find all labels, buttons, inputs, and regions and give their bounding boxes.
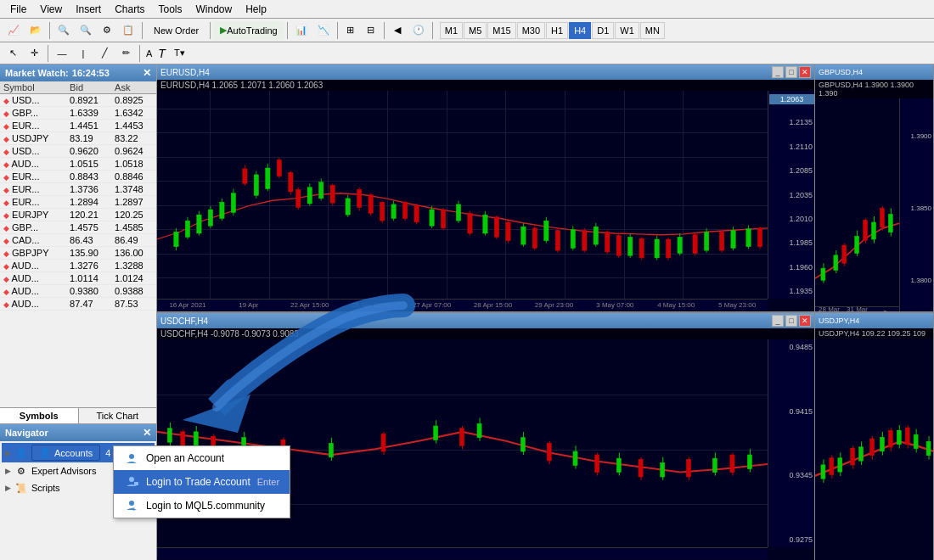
market-row[interactable]: ◆ EUR... 1.3736 1.3748 — [0, 183, 156, 196]
gbp-price-2: 1.3850 — [902, 204, 931, 212]
chart-type-btn[interactable]: 📊 — [291, 21, 312, 40]
usdchf-chart-panel[interactable]: USDCHF,H4 _ □ ✕ USDCHF,H4 -0.9078 -0.907… — [157, 313, 815, 560]
market-row[interactable]: ◆ AUD... 1.0114 1.0124 — [0, 272, 156, 285]
vline-btn[interactable]: | — [74, 44, 93, 63]
market-row[interactable]: ◆ GBPJPY 135.90 136.00 — [0, 247, 156, 260]
market-row[interactable]: ◆ AUD... 87.47 87.53 — [0, 298, 156, 311]
templates-btn[interactable]: 📋 — [118, 21, 138, 40]
menu-tools[interactable]: Tools — [152, 2, 189, 17]
crosshair-btn[interactable]: ✛ — [25, 44, 43, 63]
eurusd-restore-btn[interactable]: □ — [785, 66, 797, 78]
ask-cell: 1.2897 — [111, 196, 156, 209]
market-row[interactable]: ◆ USDJPY 83.19 83.22 — [0, 132, 156, 145]
context-open-account[interactable]: Open an Account — [114, 446, 290, 470]
market-row[interactable]: ◆ EUR... 1.4451 1.4453 — [0, 120, 156, 132]
open-btn[interactable]: 📂 — [25, 21, 46, 40]
cursor-btn[interactable]: ↖ — [3, 44, 22, 63]
tf-m30[interactable]: M30 — [517, 22, 545, 39]
usdchf-close-btn[interactable]: ✕ — [799, 315, 811, 327]
new-chart-btn[interactable]: 📈 — [3, 21, 24, 40]
menu-help[interactable]: Help — [239, 2, 273, 17]
menu-window[interactable]: Window — [189, 2, 239, 17]
navigator-close[interactable]: ✕ — [143, 427, 151, 439]
svg-rect-71 — [441, 210, 445, 228]
eurusd-chart-body[interactable]: 1.2160 1.2135 1.2110 1.2085 1.2063 1.203… — [157, 91, 814, 311]
symbol-cell: EUR... — [12, 171, 39, 182]
tf-mn[interactable]: MN — [640, 22, 665, 39]
svg-rect-27 — [456, 204, 460, 221]
tf-h4[interactable]: H4 — [569, 22, 591, 39]
menu-file[interactable]: File — [3, 2, 33, 17]
diamond-icon: ◆ — [3, 237, 9, 245]
tab-symbols[interactable]: Symbols — [0, 408, 79, 423]
separator-6 — [384, 22, 385, 39]
gbpusd-chart-panel[interactable]: GBPUSD,H4 GBPUSD,H4 1.3900 1.3900 1.390 — [815, 64, 934, 311]
tf-h1[interactable]: H1 — [546, 22, 568, 39]
svg-rect-15 — [266, 168, 270, 189]
market-row[interactable]: ◆ AUD... 1.0515 1.0518 — [0, 158, 156, 171]
market-row[interactable]: ◆ EUR... 1.2894 1.2897 — [0, 196, 156, 209]
usdjpy-chart-body[interactable] — [815, 339, 933, 558]
tf-m5[interactable]: M5 — [464, 22, 487, 39]
zoom-fit-btn[interactable]: ⊞ — [341, 21, 360, 40]
context-login-mql5[interactable]: 5 Login to MQL5.community — [114, 494, 290, 518]
clock-btn[interactable]: 🕐 — [408, 21, 429, 40]
gbp-price-1: 1.3900 — [902, 132, 931, 140]
bid-cell: 0.9620 — [66, 145, 111, 158]
market-watch-close[interactable]: ✕ — [143, 67, 151, 79]
tf-m1[interactable]: M1 — [440, 22, 463, 39]
trendline-btn[interactable]: ╱ — [95, 44, 114, 63]
eurusd-chart-panel[interactable]: EURUSD,H4 _ □ ✕ EURUSD,H4 1.2065 1.2071 … — [157, 64, 815, 311]
usdjpy-chart-panel[interactable]: USDJPY,H4 USDJPY,H4 109.22 109.25 109 — [815, 313, 934, 560]
market-row[interactable]: ◆ AUD... 0.9380 0.9388 — [0, 285, 156, 298]
time-9: 4 May 15:00 — [645, 301, 706, 309]
svg-rect-95 — [719, 232, 723, 250]
svg-rect-115 — [864, 221, 868, 241]
usdchf-restore-btn[interactable]: □ — [785, 315, 797, 327]
pen-btn[interactable]: ✏ — [116, 44, 135, 63]
market-row[interactable]: ◆ EUR... 0.8843 0.8846 — [0, 171, 156, 183]
market-row[interactable]: ◆ GBP... 1.4575 1.4585 — [0, 221, 156, 234]
new-order-btn[interactable]: New Order — [146, 21, 206, 40]
market-row[interactable]: ◆ USD... 0.9620 0.9624 — [0, 145, 156, 158]
text-tool-btn[interactable]: T▾ — [170, 44, 189, 63]
market-row[interactable]: ◆ CAD... 86.43 86.49 — [0, 234, 156, 247]
accounts-button[interactable]: 👤 Accounts — [31, 445, 100, 461]
menu-view[interactable]: View — [33, 2, 69, 17]
indicators-btn[interactable]: 📉 — [313, 21, 334, 40]
tab-tick-chart[interactable]: Tick Chart — [79, 408, 157, 423]
autotrading-btn[interactable]: ▶ AutoTrading — [214, 21, 284, 40]
diamond-icon: ◆ — [3, 300, 9, 309]
scroll-end-btn[interactable]: ⊟ — [362, 21, 380, 40]
market-row[interactable]: ◆ USD... 0.8921 0.8925 — [0, 94, 156, 107]
tf-w1[interactable]: W1 — [615, 22, 639, 39]
menu-charts[interactable]: Charts — [108, 2, 151, 17]
back-btn[interactable]: ◀ — [388, 21, 407, 40]
eurusd-close-btn[interactable]: ✕ — [799, 66, 811, 78]
svg-point-189 — [129, 454, 134, 459]
svg-point-190 — [129, 477, 134, 482]
hline-btn[interactable]: — — [53, 44, 71, 63]
bid-cell: 1.2894 — [66, 196, 111, 209]
svg-rect-17 — [307, 188, 312, 204]
menu-insert[interactable]: Insert — [69, 2, 108, 17]
zoom-out-btn[interactable]: 🔍 — [76, 21, 96, 40]
context-login-trade[interactable]: Login to Trade Account Enter — [114, 470, 290, 494]
ask-cell: 1.4453 — [111, 120, 156, 132]
usdchf-minimize-btn[interactable]: _ — [772, 315, 784, 327]
eurusd-minimize-btn[interactable]: _ — [772, 66, 784, 78]
market-row[interactable]: ◆ GBP... 1.6339 1.6342 — [0, 107, 156, 120]
market-row[interactable]: ◆ EURJPY 120.21 120.25 — [0, 209, 156, 221]
gbpusd-chart-body[interactable]: 1.3900 1.3850 1.3800 28 Mar 2021 31 Mar … — [815, 98, 933, 311]
bid-cell: 0.9380 — [66, 285, 111, 298]
market-row[interactable]: ◆ AUD... 1.3276 1.3288 — [0, 260, 156, 272]
zoom-in-btn[interactable]: 🔍 — [53, 21, 74, 40]
tf-d1[interactable]: D1 — [592, 22, 614, 39]
usdchf-symbol: USDCHF,H4 — [160, 316, 208, 326]
svg-rect-99 — [821, 268, 825, 280]
context-menu[interactable]: Open an Account Login to Trade Account E… — [113, 445, 290, 518]
svg-rect-157 — [595, 455, 599, 472]
properties-btn[interactable]: ⚙ — [98, 21, 116, 40]
price-4: 1.2085 — [770, 166, 813, 175]
tf-m15[interactable]: M15 — [487, 22, 515, 39]
